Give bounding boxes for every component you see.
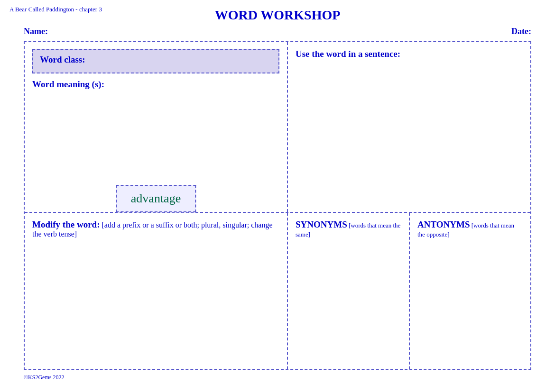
name-date-row: Name: Date: bbox=[9, 27, 546, 36]
synonyms-label-bold: SYNONYMS bbox=[296, 219, 347, 229]
word-class-box: Word class: bbox=[32, 49, 279, 73]
center-word-box: advantage bbox=[116, 185, 196, 212]
modify-panel: Modify the word: [add a prefix or a suff… bbox=[25, 213, 288, 369]
synonyms-text: SYNONYMS [words that mean the same] bbox=[296, 219, 401, 238]
left-panel: Word class: Word meaning (s): advantage bbox=[25, 42, 288, 212]
copyright: ©KS2Gems 2022 bbox=[9, 374, 546, 381]
word-class-label: Word class: bbox=[40, 55, 85, 64]
antonyms-panel: ANTONYMS [words that mean the opposite] bbox=[410, 213, 530, 369]
name-label: Name: bbox=[24, 27, 48, 36]
modify-label-bold: Modify the word: bbox=[32, 219, 100, 229]
main-grid: Word class: Word meaning (s): advantage … bbox=[24, 41, 531, 370]
word-meaning-label: Word meaning (s): bbox=[32, 79, 279, 90]
right-panel: Use the word in a sentence: bbox=[288, 42, 530, 212]
center-word: advantage bbox=[131, 191, 181, 205]
date-label: Date: bbox=[511, 27, 531, 36]
modify-text: Modify the word: [add a prefix or a suff… bbox=[32, 219, 279, 238]
bottom-row: Modify the word: [add a prefix or a suff… bbox=[25, 213, 530, 369]
top-row: Word class: Word meaning (s): advantage … bbox=[25, 42, 530, 213]
antonyms-label-bold: ANTONYMS bbox=[417, 219, 470, 229]
antonyms-text: ANTONYMS [words that mean the opposite] bbox=[417, 219, 523, 238]
synonyms-panel: SYNONYMS [words that mean the same] bbox=[288, 213, 410, 369]
use-sentence-label: Use the word in a sentence: bbox=[296, 49, 523, 59]
